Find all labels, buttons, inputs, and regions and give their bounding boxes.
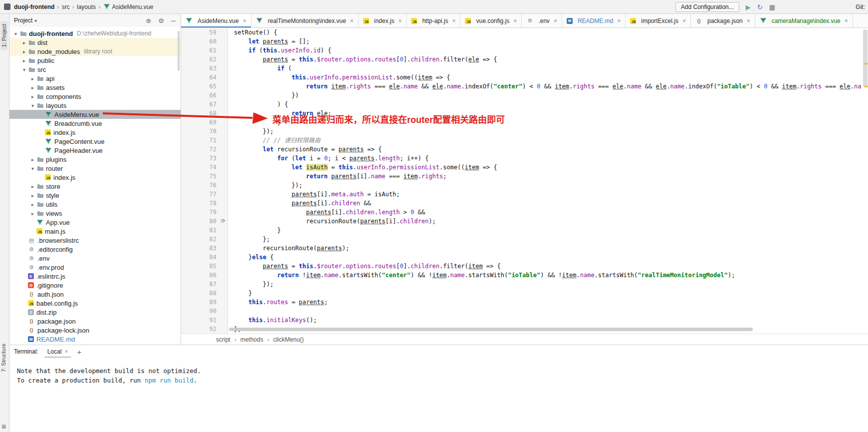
recursive-call-icon[interactable]: ⟳ [221, 217, 225, 226]
titlebar-crumb-src[interactable]: src [62, 3, 70, 10]
tool-button-project[interactable]: 1: Project [0, 21, 7, 50]
code-line[interactable]: return item.rights === ele.name && ele.n… [234, 82, 862, 91]
tree-item-views[interactable]: ▸views [9, 209, 181, 218]
tab-realTimeMonitoring\index.vue[interactable]: realTimeMonitoring\index.vue× [251, 14, 359, 27]
chevron-right-icon[interactable]: ▸ [20, 58, 28, 63]
code-line[interactable]: }); [234, 127, 862, 136]
terminal-tab-local[interactable]: Local × [44, 346, 71, 358]
tree-item-index.js[interactable]: JSindex.js [9, 128, 181, 137]
line-number[interactable]: 68 [181, 109, 227, 118]
tree-item-PageHeader.vue[interactable]: PageHeader.vue [9, 146, 181, 155]
line-number[interactable]: 80⟳ [181, 217, 227, 226]
line-number[interactable]: 90 [181, 307, 227, 316]
line-number[interactable]: 88 [181, 289, 227, 298]
close-tab-icon[interactable]: × [398, 17, 402, 24]
code-line[interactable]: } [234, 289, 862, 298]
tree-item-index.js[interactable]: JSindex.js [9, 173, 181, 182]
code-line[interactable]: parents = this.$router.options.routes[0]… [234, 262, 862, 271]
chevron-right-icon[interactable]: ▸ [29, 193, 36, 198]
tree-item-plugins[interactable]: ▸plugins [9, 155, 181, 164]
code-line[interactable]: parents[i].children.length > 0 && [234, 208, 862, 217]
breadcrumb-item[interactable]: clickMenu() [273, 336, 304, 343]
line-number[interactable]: 69 [181, 118, 227, 127]
tree-item-duoji-frontend[interactable]: ▾duoji-frontendD:\zheheWeb\duoji-fronten… [9, 29, 181, 38]
code-line[interactable]: return parents[i].name === item.rights; [234, 172, 862, 181]
titlebar-project-name[interactable]: duoji-frontend [14, 3, 54, 10]
close-tab-icon[interactable]: × [513, 17, 517, 24]
tree-scrollbar[interactable] [178, 31, 180, 71]
locate-file-icon[interactable]: ⊕ [146, 17, 151, 24]
close-tab-icon[interactable]: × [554, 17, 557, 24]
line-number[interactable]: 85 [181, 262, 227, 271]
code-line[interactable]: recursionRoute(parents); [234, 244, 862, 253]
chevron-right-icon[interactable]: ▸ [29, 94, 36, 99]
chevron-right-icon[interactable]: ▸ [29, 76, 36, 81]
tree-item-main.js[interactable]: JSmain.js [9, 227, 181, 236]
chevron-down-icon[interactable]: ▾ [29, 166, 36, 171]
tab-package.json[interactable]: {}package.json× [691, 14, 755, 27]
tree-item-auth.json[interactable]: {}auth.json [9, 290, 181, 299]
line-number[interactable]: 87 [181, 280, 227, 289]
tree-item-style[interactable]: ▸style [9, 191, 181, 200]
code-line[interactable]: ) { [234, 100, 862, 109]
close-tab-icon[interactable]: × [682, 17, 686, 24]
run-icon[interactable]: ▶ [746, 3, 751, 11]
horizontal-scrollbar[interactable] [229, 328, 753, 331]
code-line[interactable]: if ( [234, 64, 862, 73]
code-line[interactable]: for (let i = 0; i < parents.length; i++)… [234, 154, 862, 163]
tool-button-structure[interactable]: 7: Structure [0, 344, 6, 372]
code-line[interactable]: let parents = []; [234, 37, 862, 46]
tree-item-.eslintrc.js[interactable]: E.eslintrc.js [9, 272, 181, 281]
code-line[interactable]: }); [234, 181, 862, 190]
tab-README.md[interactable]: MREADME.md× [562, 14, 626, 27]
close-tab-icon[interactable]: × [617, 17, 621, 24]
close-tab-icon[interactable]: × [243, 17, 246, 24]
line-number[interactable]: 81 [181, 226, 227, 235]
chevron-right-icon[interactable]: ▸ [29, 211, 36, 216]
code-line[interactable]: recursionRoute(parents[i].children); [234, 217, 862, 226]
hide-panel-icon[interactable]: ─ [171, 17, 176, 24]
line-number[interactable]: 66 [181, 91, 227, 100]
code-line[interactable]: }); [234, 280, 862, 289]
tree-item-package-lock.json[interactable]: {}package-lock.json [9, 326, 181, 335]
code-line[interactable] [234, 307, 862, 316]
git-label[interactable]: Git: [856, 3, 865, 10]
chevron-right-icon[interactable]: ▸ [29, 157, 36, 162]
line-number[interactable]: 67 [181, 100, 227, 109]
code-line[interactable]: return !item.name.startsWith("center") &… [234, 271, 862, 280]
line-number[interactable]: 75 [181, 172, 227, 181]
tree-item-.env.prod[interactable]: ⚙.env.prod [9, 263, 181, 272]
settings-gear-icon[interactable]: ⚙ [158, 17, 164, 24]
line-number[interactable]: 65 [181, 82, 227, 91]
update-project-icon[interactable]: ↻ [757, 3, 763, 11]
line-number[interactable]: 61 [181, 46, 227, 55]
code-line[interactable]: parents = this.$router.options.routes[0]… [234, 55, 862, 64]
code-line[interactable]: setRoute() { [234, 28, 862, 37]
code-line[interactable]: }; [234, 235, 862, 244]
tab-vue.config.js[interactable]: JSvue.config.js× [460, 14, 522, 27]
line-number[interactable]: 73 [181, 154, 227, 163]
tree-item-dist.zip[interactable]: Zdist.zip [9, 308, 181, 317]
line-number[interactable]: 62 [181, 55, 227, 64]
code-line[interactable]: } [234, 226, 862, 235]
breadcrumb-item[interactable]: script [216, 336, 230, 343]
tree-item-.editorconfig[interactable]: ⚙.editorconfig [9, 245, 181, 254]
terminal-output[interactable]: Note that the development build is not o… [9, 358, 868, 385]
tree-item-App.vue[interactable]: App.vue [9, 218, 181, 227]
close-tab-icon[interactable]: × [747, 17, 750, 24]
tree-item-store[interactable]: ▸store [9, 182, 181, 191]
line-number[interactable]: 89 [181, 298, 227, 307]
titlebar-crumb-file[interactable]: AsideMenu.vue [112, 3, 153, 10]
new-terminal-icon[interactable]: + [77, 348, 81, 356]
line-number[interactable]: 72 [181, 145, 227, 154]
tab-.env[interactable]: ⚙.env× [522, 14, 562, 27]
tree-item-.gitignore[interactable]: G.gitignore [9, 281, 181, 290]
tree-item-src[interactable]: ▾src [9, 65, 181, 74]
code-line[interactable]: }) [234, 91, 862, 100]
line-number[interactable]: 82 [181, 235, 227, 244]
tree-item-router[interactable]: ▾router [9, 164, 181, 173]
tree-item-PageContent.vue[interactable]: PageContent.vue [9, 137, 181, 146]
project-panel-title[interactable]: Project [14, 17, 32, 24]
chevron-right-icon[interactable]: ▸ [29, 85, 36, 90]
grid-icon[interactable]: ▦ [769, 3, 775, 11]
